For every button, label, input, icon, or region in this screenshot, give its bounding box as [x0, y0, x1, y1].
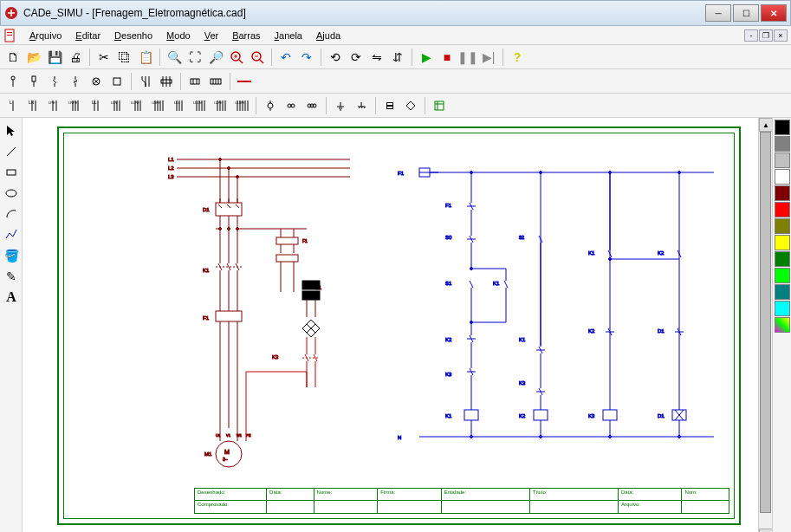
tool-picker-button[interactable]: ✎ — [2, 267, 21, 286]
sym-gnd1-button[interactable] — [331, 96, 350, 115]
tool-ellipse-button[interactable] — [2, 184, 21, 203]
tb-arquivo: Arquivo: — [619, 501, 683, 513]
pause-button[interactable]: ❚❚ — [458, 48, 477, 67]
comp-timer-button[interactable] — [157, 72, 176, 91]
sym-ll-button[interactable]: LL — [87, 96, 106, 115]
comp-nc-contact-button[interactable] — [66, 72, 85, 91]
color-olive[interactable] — [775, 218, 790, 234]
color-maroon[interactable] — [775, 185, 790, 201]
sym-block-button[interactable] — [380, 96, 399, 115]
svg-text:K1: K1 — [445, 413, 452, 418]
zoom-fit-button[interactable]: ⛶ — [185, 48, 204, 67]
color-gray[interactable] — [775, 136, 790, 152]
tool-rect-button[interactable] — [2, 163, 21, 182]
help-button[interactable]: ? — [508, 48, 527, 67]
color-lime[interactable] — [775, 268, 790, 283]
menu-ver[interactable]: Ver — [198, 29, 226, 42]
svg-point-70 — [540, 172, 542, 174]
mirror-h-button[interactable]: ⇋ — [367, 48, 386, 67]
drawing-canvas[interactable]: L1 L2 L3 D1 — [23, 118, 758, 532]
menu-modo[interactable]: Modo — [159, 29, 198, 42]
color-green[interactable] — [775, 251, 790, 267]
color-multi[interactable] — [775, 317, 790, 333]
new-button[interactable]: 🗋 — [3, 48, 23, 67]
tool-fill-button[interactable]: 🪣 — [2, 246, 21, 265]
sym-diamond-button[interactable] — [401, 96, 420, 115]
tb-nome: Nome: — [314, 489, 379, 500]
svg-text:K3: K3 — [519, 380, 526, 386]
comp-terminal3-button[interactable] — [185, 72, 204, 91]
mdi-minimize-button[interactable]: - — [744, 29, 758, 42]
close-button[interactable]: ✕ — [761, 4, 787, 22]
comp-no-contact-button[interactable] — [45, 72, 64, 91]
find-button[interactable]: 🔍 — [165, 48, 184, 67]
sym-t2-button[interactable] — [282, 96, 301, 115]
maximize-button[interactable]: ☐ — [733, 4, 759, 22]
tool-polyline-button[interactable] — [2, 225, 21, 244]
sym-llnpe-button[interactable]: LLNPE — [149, 96, 168, 115]
menu-desenho[interactable]: Desenho — [107, 29, 159, 42]
sym-lllpe-button[interactable]: LLLPE — [211, 96, 230, 115]
redo-button[interactable]: ↷ — [297, 48, 316, 67]
zoom-in-button[interactable] — [227, 48, 246, 67]
play-button[interactable]: ▶ — [417, 48, 436, 67]
color-white[interactable] — [775, 169, 790, 185]
vertical-scrollbar[interactable]: ▲ ▼ — [758, 118, 772, 532]
color-black[interactable] — [775, 120, 790, 135]
color-teal[interactable] — [775, 284, 790, 300]
undo-button[interactable]: ↶ — [276, 48, 295, 67]
minimize-button[interactable]: ─ — [705, 4, 731, 22]
sym-lpe-button[interactable]: LPE — [45, 96, 64, 115]
comp-coil-button[interactable] — [87, 72, 106, 91]
comp-lamp-button[interactable] — [107, 72, 126, 91]
menu-editar[interactable]: Editar — [68, 29, 107, 42]
sym-ln-button[interactable]: LN — [24, 96, 43, 115]
rotate-left-button[interactable]: ⟲ — [326, 48, 345, 67]
sym-frame-button[interactable] — [430, 96, 449, 115]
mirror-v-button[interactable]: ⇵ — [388, 48, 407, 67]
sym-lln-button[interactable]: LLN — [107, 96, 126, 115]
sym-lll-button[interactable]: LLL — [170, 96, 189, 115]
sym-t3-button[interactable] — [302, 96, 321, 115]
comp-breaker-button[interactable] — [24, 72, 43, 91]
line-style-button[interactable] — [235, 72, 254, 91]
color-yellow[interactable] — [775, 235, 790, 250]
sym-llln-button[interactable]: LLLN — [191, 96, 210, 115]
tool-text-button[interactable]: A — [2, 288, 21, 307]
mdi-close-button[interactable]: × — [774, 29, 788, 42]
svg-point-72 — [678, 172, 681, 174]
sym-t1-button[interactable] — [261, 96, 280, 115]
menu-arquivo[interactable]: Arquivo — [23, 29, 68, 42]
svg-rect-54 — [302, 291, 320, 300]
menu-ajuda[interactable]: Ajuda — [309, 29, 347, 42]
save-button[interactable]: 💾 — [45, 48, 64, 67]
sym-lllnpe-button[interactable]: LLLNPE — [232, 96, 251, 115]
zoom-window-button[interactable]: 🔎 — [206, 48, 225, 67]
comp-fuse-button[interactable] — [3, 72, 23, 91]
mdi-restore-button[interactable]: ❐ — [759, 29, 773, 42]
step-button[interactable]: ▶| — [479, 48, 498, 67]
sym-lnpe-button[interactable]: LNPE — [66, 96, 85, 115]
sym-l-button[interactable]: L — [3, 96, 23, 115]
color-silver[interactable] — [775, 152, 790, 168]
comp-terminal4-button[interactable] — [206, 72, 225, 91]
menu-janela[interactable]: Janela — [268, 29, 309, 42]
sym-gnd2-button[interactable] — [352, 96, 371, 115]
tool-pointer-button[interactable] — [2, 121, 21, 140]
color-aqua[interactable] — [775, 301, 790, 316]
color-red[interactable] — [775, 202, 790, 217]
tool-line-button[interactable] — [2, 142, 21, 161]
copy-button[interactable]: ⿻ — [115, 48, 134, 67]
comp-relay-button[interactable] — [136, 72, 155, 91]
sym-llpe-button[interactable]: LLPE — [128, 96, 147, 115]
svg-point-69 — [470, 172, 473, 174]
print-button[interactable]: 🖨 — [66, 48, 85, 67]
open-button[interactable]: 📂 — [24, 48, 43, 67]
cut-button[interactable]: ✂ — [94, 48, 113, 67]
stop-button[interactable]: ■ — [438, 48, 457, 67]
paste-button[interactable]: 📋 — [136, 48, 155, 67]
tool-arc-button[interactable] — [2, 204, 21, 224]
rotate-right-button[interactable]: ⟳ — [347, 48, 366, 67]
menu-barras[interactable]: Barras — [225, 29, 267, 42]
zoom-out-button[interactable] — [248, 48, 267, 67]
